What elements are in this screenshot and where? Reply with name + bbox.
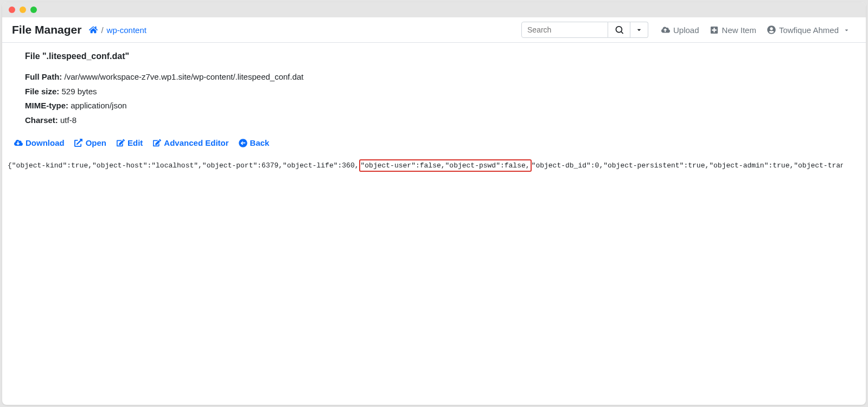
breadcrumb-link[interactable]: wp-content bbox=[107, 25, 146, 35]
highlighted-content: "object-user":false,"object-pswd":false, bbox=[359, 159, 532, 172]
external-link-icon bbox=[74, 139, 83, 147]
search-icon bbox=[615, 25, 623, 34]
new-item-label: New Item bbox=[722, 25, 756, 35]
advanced-editor-button[interactable]: Advanced Editor bbox=[152, 138, 228, 147]
full-path-label: Full Path: bbox=[25, 72, 62, 81]
download-button[interactable]: Download bbox=[14, 138, 65, 147]
window-titlebar bbox=[2, 2, 866, 17]
file-content: {"object-kind":true,"object-host":"local… bbox=[8, 157, 843, 172]
search-group bbox=[521, 22, 648, 38]
home-icon[interactable] bbox=[89, 25, 98, 34]
user-menu[interactable]: Towfique Ahmed bbox=[762, 22, 856, 38]
content-area: File ".litespeed_conf.dat" Full Path: /v… bbox=[2, 43, 866, 172]
app-title: File Manager bbox=[12, 23, 81, 36]
user-name: Towfique Ahmed bbox=[779, 25, 839, 35]
full-path-line: Full Path: /var/www/workspace-z7ve.wp1.s… bbox=[25, 71, 843, 83]
search-input[interactable] bbox=[521, 22, 608, 38]
advanced-editor-label: Advanced Editor bbox=[164, 138, 228, 147]
mime-type-value: application/json bbox=[68, 101, 127, 110]
window-minimize-button[interactable] bbox=[20, 7, 26, 13]
file-manager-window: File Manager / wp-content bbox=[2, 2, 866, 405]
full-path-value: /var/www/workspace-z7ve.wp1.site/wp-cont… bbox=[62, 72, 303, 81]
upload-label: Upload bbox=[673, 25, 699, 35]
search-button[interactable] bbox=[608, 22, 630, 38]
mime-type-line: MIME-type: application/json bbox=[25, 100, 843, 112]
chevron-down-icon bbox=[635, 25, 643, 34]
new-item-link[interactable]: New Item bbox=[705, 22, 762, 38]
window-close-button[interactable] bbox=[9, 7, 15, 13]
breadcrumb: / wp-content bbox=[89, 25, 146, 35]
mime-type-label: MIME-type: bbox=[25, 101, 68, 110]
back-button[interactable]: Back bbox=[239, 138, 270, 147]
edit-label: Edit bbox=[127, 138, 143, 147]
open-label: Open bbox=[86, 138, 106, 147]
search-dropdown-button[interactable] bbox=[630, 22, 648, 38]
actions-row: Download Open Edit Advanced Editor bbox=[14, 138, 843, 147]
back-label: Back bbox=[250, 138, 270, 147]
charset-line: Charset: utf-8 bbox=[25, 114, 843, 127]
caret-down-icon bbox=[842, 25, 851, 34]
upload-link[interactable]: Upload bbox=[656, 22, 705, 38]
window-maximize-button[interactable] bbox=[30, 7, 37, 13]
file-size-label: File size: bbox=[25, 87, 59, 96]
user-circle-icon bbox=[767, 25, 776, 34]
plus-square-icon bbox=[710, 25, 719, 34]
edit-square-icon bbox=[152, 139, 161, 147]
topbar: File Manager / wp-content bbox=[2, 17, 866, 43]
cloud-download-icon bbox=[14, 139, 23, 147]
charset-value: utf-8 bbox=[58, 115, 76, 125]
charset-label: Charset: bbox=[25, 115, 58, 125]
content-part-1: {"object-kind":true,"object-host":"local… bbox=[8, 161, 359, 170]
cloud-upload-icon bbox=[661, 25, 670, 34]
file-size-value: 529 bytes bbox=[59, 87, 97, 96]
breadcrumb-separator: / bbox=[101, 25, 103, 35]
edit-button[interactable]: Edit bbox=[116, 138, 143, 147]
file-size-line: File size: 529 bytes bbox=[25, 86, 843, 98]
file-header: File ".litespeed_conf.dat" bbox=[25, 51, 843, 61]
content-part-2: "object-db_id":0,"object-persistent":tru… bbox=[532, 161, 843, 170]
download-label: Download bbox=[25, 138, 65, 147]
open-button[interactable]: Open bbox=[74, 138, 106, 147]
chevron-left-circle-icon bbox=[239, 139, 247, 147]
edit-icon bbox=[116, 139, 125, 147]
